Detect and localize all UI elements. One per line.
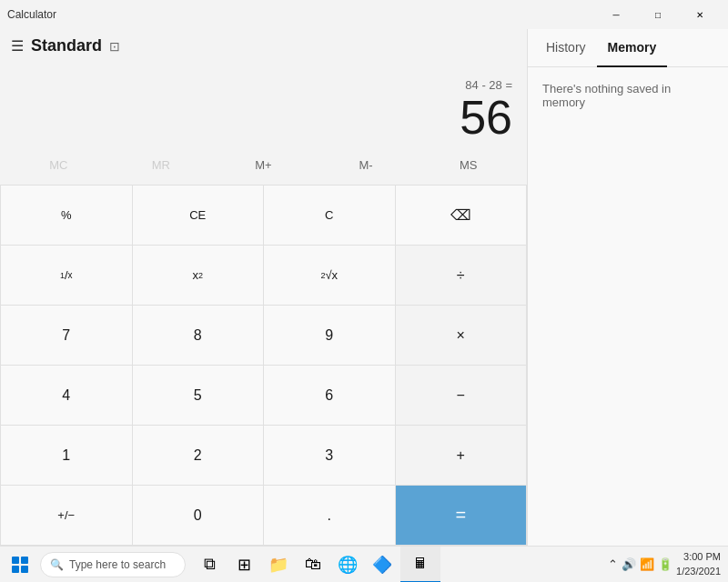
battery-icon[interactable]: 🔋 — [658, 557, 672, 571]
button-grid: % CE C ⌫ 1/x x2 2√x ÷ 7 8 9 × 4 5 6 − 1 … — [0, 185, 527, 546]
memory-row: MC MR M+ M- MS — [0, 145, 527, 185]
history-tab[interactable]: History — [535, 29, 597, 67]
m-plus-button[interactable]: M+ — [212, 148, 315, 181]
multiply-button[interactable]: × — [396, 306, 527, 365]
edge-button[interactable]: 🔷 — [366, 547, 399, 583]
ms-button[interactable]: MS — [417, 148, 520, 181]
widgets-button[interactable]: ⊞ — [228, 547, 260, 583]
taskbar-right: ⌃ 🔊 📶 🔋 3:00 PM 1/23/2021 — [608, 550, 728, 578]
panel-tabs: History Memory — [528, 29, 728, 67]
equals-button[interactable]: = — [396, 486, 527, 545]
search-placeholder: Type here to search — [69, 558, 166, 571]
start-button[interactable] — [0, 547, 40, 583]
clock-date: 1/23/2021 — [676, 565, 721, 578]
percent-button[interactable]: % — [1, 186, 132, 245]
clear-button[interactable]: C — [264, 186, 395, 245]
close-button[interactable]: ✕ — [679, 0, 721, 29]
main-container: ☰ Standard ⊡ 84 - 28 = 56 MC MR M+ M- MS… — [0, 29, 728, 546]
clock[interactable]: 3:00 PM 1/23/2021 — [676, 550, 721, 578]
decimal-button[interactable]: . — [264, 486, 395, 545]
calc-header: ☰ Standard ⊡ — [0, 29, 527, 63]
nine-button[interactable]: 9 — [264, 306, 395, 365]
six-button[interactable]: 6 — [264, 366, 395, 425]
seven-button[interactable]: 7 — [1, 306, 132, 365]
taskbar-icons: ⧉ ⊞ 📁 🛍 🌐 🔷 🖩 — [193, 547, 440, 583]
search-bar[interactable]: 🔍 Type here to search — [40, 552, 186, 577]
chevron-up-icon[interactable]: ⌃ — [608, 557, 618, 571]
keep-on-top-button[interactable]: ⊡ — [109, 39, 120, 54]
taskbar: 🔍 Type here to search ⧉ ⊞ 📁 🛍 🌐 🔷 🖩 ⌃ 🔊 … — [0, 546, 728, 582]
two-button[interactable]: 2 — [133, 426, 264, 485]
minimize-button[interactable]: ─ — [595, 0, 637, 29]
negate-button[interactable]: +/− — [1, 486, 132, 545]
m-minus-button[interactable]: M- — [315, 148, 418, 181]
app-title: Calculator — [7, 8, 56, 21]
menu-button[interactable]: ☰ — [11, 37, 24, 55]
result-display: 56 — [15, 94, 512, 141]
sqrt-button[interactable]: 2√x — [264, 246, 395, 305]
network-icon[interactable]: 📶 — [640, 557, 654, 571]
search-icon: 🔍 — [50, 558, 64, 571]
store-button[interactable]: 🛍 — [297, 547, 329, 583]
backspace-button[interactable]: ⌫ — [396, 186, 527, 245]
mc-button[interactable]: MC — [7, 148, 110, 181]
four-button[interactable]: 4 — [1, 366, 132, 425]
square-button[interactable]: x2 — [133, 246, 264, 305]
system-tray-icons: ⌃ 🔊 📶 🔋 — [608, 557, 672, 571]
right-panel: History Memory There's nothing saved in … — [528, 29, 728, 546]
display-area: 84 - 28 = 56 — [0, 63, 527, 145]
divide-button[interactable]: ÷ — [396, 246, 527, 305]
maximize-button[interactable]: □ — [637, 0, 679, 29]
zero-button[interactable]: 0 — [133, 486, 264, 545]
windows-icon — [12, 557, 28, 573]
add-button[interactable]: + — [396, 426, 527, 485]
reciprocal-button[interactable]: 1/x — [1, 246, 132, 305]
memory-empty-message: There's nothing saved in memory — [542, 82, 713, 109]
title-bar: Calculator ─ □ ✕ — [0, 0, 728, 29]
calculator-panel: ☰ Standard ⊡ 84 - 28 = 56 MC MR M+ M- MS… — [0, 29, 528, 546]
five-button[interactable]: 5 — [133, 366, 264, 425]
memory-content: There's nothing saved in memory — [528, 67, 728, 546]
eight-button[interactable]: 8 — [133, 306, 264, 365]
mr-button[interactable]: MR — [110, 148, 213, 181]
three-button[interactable]: 3 — [264, 426, 395, 485]
task-view-button[interactable]: ⧉ — [193, 547, 226, 583]
one-button[interactable]: 1 — [1, 426, 132, 485]
expression-display: 84 - 28 = — [15, 78, 512, 92]
subtract-button[interactable]: − — [396, 366, 527, 425]
chrome-button[interactable]: 🌐 — [331, 547, 364, 583]
volume-icon[interactable]: 🔊 — [622, 557, 636, 571]
calculator-taskbar-button[interactable]: 🖩 — [400, 547, 440, 583]
file-explorer-button[interactable]: 📁 — [262, 547, 295, 583]
ce-button[interactable]: CE — [133, 186, 264, 245]
clock-time: 3:00 PM — [676, 550, 721, 564]
calc-mode-title: Standard — [31, 36, 102, 55]
memory-tab[interactable]: Memory — [597, 29, 668, 67]
window-controls: ─ □ ✕ — [595, 0, 721, 29]
